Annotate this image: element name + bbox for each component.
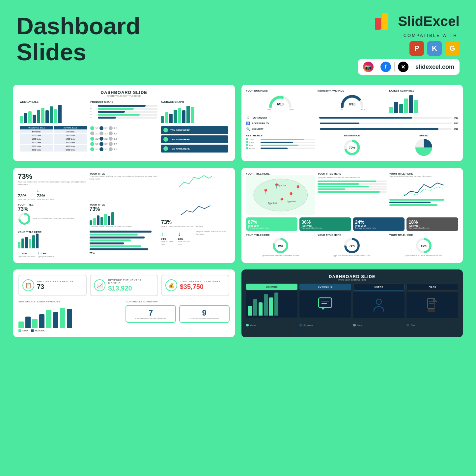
sum-bar	[39, 314, 44, 328]
revenue-icon: 📈	[94, 279, 106, 291]
pred-cell: 3300 Units	[20, 148, 53, 152]
metric-row-access: ♿ ACCESSIBILITY 3/10	[246, 122, 459, 125]
down-pct-2: 73%	[178, 238, 192, 240]
files-col: FILES	[406, 284, 458, 318]
metric-name-access: ACCESSIBILITY	[252, 122, 318, 125]
sum-bar	[67, 309, 72, 328]
bar	[50, 106, 53, 123]
cost-value: $35,750	[180, 283, 221, 291]
b-num: 3.2	[114, 132, 117, 135]
b-num: 3.2	[95, 127, 98, 129]
latest-chart	[389, 94, 459, 113]
visitors-col: VISITORS	[246, 284, 298, 318]
review-numbers: 7 Contracts without future milestones 9 …	[126, 305, 229, 323]
aes-row: Color	[246, 141, 315, 143]
bar	[20, 116, 23, 123]
sec-icon: 🔍	[246, 127, 250, 131]
svg-point-9	[253, 179, 307, 211]
slide1-subtitle: WRITE YOUR SUBTITLE HERE	[20, 95, 228, 97]
map-section: YOUR TITLE HERE 📍 📍 📍 📍 📍 Type text Type…	[246, 172, 315, 215]
bar	[18, 242, 20, 248]
slide-dashboard: DASHBOARD SLIDE WRITE YOUR SUBTITLE HERE…	[13, 85, 235, 161]
bar	[165, 112, 168, 123]
contracts-card: 📋 AMOUNT OF CONTRACTS 73	[18, 275, 87, 296]
item-btn-1[interactable]: ITEM NAME HERE	[161, 126, 228, 134]
item-btn-3[interactable]: ITEM NAME HERE	[161, 145, 228, 153]
slide4-progress-row: 87% Type your Type your text here for mo…	[246, 217, 459, 231]
pred-cell: 500 Units	[20, 130, 53, 133]
gauge-range-2: Low High	[339, 108, 365, 110]
bubble-row: 3.2 3.2 3.2	[90, 147, 157, 151]
ps-label: E	[90, 117, 97, 119]
aes-row: Font	[246, 144, 315, 146]
pred-cell: 2700 Units	[20, 145, 53, 148]
progress-pct-2: 36%	[301, 219, 349, 225]
item-icon-2	[163, 137, 168, 142]
review-card-2: 9 Contracts without estimated tasks	[179, 305, 230, 323]
compatible-label: COMPATIBLE WITH:	[404, 33, 460, 38]
aes-label: Layout	[249, 147, 259, 149]
stacked-bars	[90, 231, 159, 250]
progress-pct-1: 87%	[248, 219, 296, 225]
s4-mid-bars	[318, 181, 387, 193]
s3-bar-pct: 73%	[90, 206, 159, 212]
progress-text-3: Type your text here for more.	[355, 227, 403, 229]
stacked-bar	[90, 245, 141, 247]
metric-row-sec: 🔍 SECURITY 9/10	[246, 127, 459, 131]
bubble-row: 3.2 3.2 3.2	[90, 126, 157, 130]
slide4-right: YOUR TITLE HERE Type your desired text h…	[389, 172, 459, 215]
visitors-chart	[246, 291, 298, 318]
s3-line-pct: 73%	[161, 219, 230, 225]
metric-track-3	[320, 128, 452, 130]
bar	[186, 106, 190, 123]
bar	[25, 237, 28, 248]
metric-score-tech: 7/10	[454, 117, 458, 119]
gauge-high-2: High	[361, 108, 365, 110]
industry-avg-label: INDUSTRY AVERAGE	[318, 89, 387, 92]
s3-bar-title: YOUR TITLE	[90, 203, 159, 206]
legend-files: Files	[406, 324, 458, 326]
bar	[409, 95, 413, 113]
legend-dot-c	[299, 324, 302, 326]
pred-cell: 1000 Units	[20, 137, 53, 141]
ring-label-1: Type text here for more information as w…	[262, 255, 299, 257]
down-icon: ↓	[37, 250, 40, 255]
bubble-green	[90, 137, 94, 141]
ps-track	[98, 117, 157, 119]
aes-fill	[261, 145, 299, 146]
b-num: 3.2	[95, 148, 98, 151]
s3-arrow-up-2: ↑ 73% Type your text here	[161, 231, 175, 246]
bubble-ratings: 3.2 3.2 3.2 3.2 3.2 3.2 3.2	[90, 126, 157, 153]
map-svg: 📍 📍 📍 📍 📍 Type text Type text Type text	[246, 175, 315, 215]
bar	[41, 108, 44, 123]
bar-v4	[264, 294, 268, 316]
review-section: CONTRACTS TO REVIEW 7 Contracts without …	[126, 300, 229, 332]
slide3-bottom: YOUR TITLE 73% Type your desired text he…	[18, 203, 230, 228]
aesthetics-bars: Style Color Font Lay	[246, 138, 315, 149]
aes-dot	[246, 138, 248, 140]
s4-fill	[318, 188, 345, 190]
bubble-gray	[109, 126, 113, 130]
s4-track	[318, 183, 387, 185]
item-btn-2[interactable]: ITEM NAME HERE	[161, 135, 228, 143]
svg-text:Type text: Type text	[268, 202, 277, 205]
s3-line-text: Type your desired text here for more inf…	[161, 225, 230, 228]
stacked-bar	[90, 242, 124, 244]
extra-desc: Type your desired text here for more inf…	[195, 231, 230, 236]
legend-comments: Comments	[299, 324, 351, 326]
bubble-gray	[109, 137, 113, 141]
revenue-label: REVENUE THE NEXT 12 MONTHS	[108, 279, 154, 285]
your-business-label: YOUR BUSINESS	[246, 89, 315, 92]
ring-section-3: YOUR TITLE HERE 50% Type text here for m…	[389, 234, 459, 257]
metric-score-access: 3/10	[454, 122, 458, 125]
svg-text:Type text: Type text	[278, 184, 287, 187]
s3-arrow-up: ↑ 73% Type your text here	[18, 250, 35, 258]
ps-label: D	[90, 114, 97, 116]
pred-cell: 2300 Units	[20, 141, 53, 144]
aesthetics-section: AESTHETICS Style Color Font	[246, 134, 315, 156]
bar	[404, 98, 408, 113]
stacked-bar	[90, 237, 145, 238]
bar	[414, 100, 418, 113]
avg-graph-label: AVERAGE GRAPH	[161, 100, 228, 103]
s4-bar-row	[318, 191, 387, 193]
